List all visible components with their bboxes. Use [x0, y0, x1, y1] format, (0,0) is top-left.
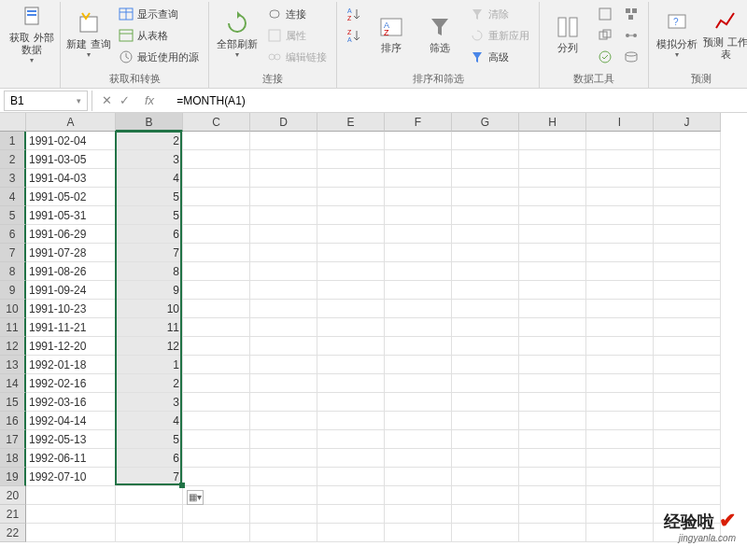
column-header-I[interactable]: I — [586, 113, 654, 132]
cell-A14[interactable]: 1992-02-16 — [26, 374, 116, 393]
cell-A7[interactable]: 1991-07-28 — [26, 244, 116, 262]
cell-G14[interactable] — [452, 374, 519, 393]
cell-C21[interactable] — [183, 505, 250, 524]
cell-C22[interactable] — [183, 524, 250, 542]
cell-A2[interactable]: 1991-03-05 — [26, 150, 116, 169]
cell-E21[interactable] — [317, 505, 385, 524]
cell-F8[interactable] — [385, 262, 452, 281]
cell-C14[interactable] — [183, 374, 250, 393]
cell-F4[interactable] — [385, 188, 452, 206]
cell-J16[interactable] — [654, 412, 721, 430]
cell-A15[interactable]: 1992-03-16 — [26, 393, 116, 412]
cell-A19[interactable]: 1992-07-10 — [26, 468, 116, 486]
cell-F11[interactable] — [385, 318, 452, 337]
row-header-2[interactable]: 2 — [0, 150, 26, 169]
cell-C6[interactable] — [183, 225, 250, 244]
cell-H4[interactable] — [519, 188, 586, 206]
row-header-18[interactable]: 18 — [0, 449, 26, 468]
cell-H17[interactable] — [519, 430, 586, 449]
cell-G17[interactable] — [452, 430, 519, 449]
cell-D17[interactable] — [250, 430, 317, 449]
cell-E10[interactable] — [317, 300, 385, 318]
fx-icon[interactable]: fx — [137, 93, 162, 107]
cell-A3[interactable]: 1991-04-03 — [26, 169, 116, 188]
cell-C13[interactable] — [183, 356, 250, 374]
cell-G3[interactable] — [452, 169, 519, 188]
cell-D13[interactable] — [250, 356, 317, 374]
cell-G5[interactable] — [452, 206, 519, 225]
cell-I6[interactable] — [586, 225, 654, 244]
cell-F7[interactable] — [385, 244, 452, 262]
cell-G20[interactable] — [452, 486, 519, 505]
cell-H10[interactable] — [519, 300, 586, 318]
cell-I14[interactable] — [586, 374, 654, 393]
row-header-13[interactable]: 13 — [0, 356, 26, 374]
cell-J13[interactable] — [654, 356, 721, 374]
cell-D18[interactable] — [250, 449, 317, 468]
cell-E1[interactable] — [317, 132, 385, 150]
cell-E12[interactable] — [317, 337, 385, 356]
cell-E7[interactable] — [317, 244, 385, 262]
cell-G22[interactable] — [452, 524, 519, 542]
cell-G11[interactable] — [452, 318, 519, 337]
connections-button[interactable]: 连接 — [263, 4, 331, 24]
row-header-11[interactable]: 11 — [0, 318, 26, 337]
cell-J1[interactable] — [654, 132, 721, 150]
cell-C8[interactable] — [183, 262, 250, 281]
whatif-button[interactable]: ? 模拟分析 ▾ — [655, 2, 699, 67]
cell-H21[interactable] — [519, 505, 586, 524]
cell-E18[interactable] — [317, 449, 385, 468]
cell-I7[interactable] — [586, 244, 654, 262]
cell-C5[interactable] — [183, 206, 250, 225]
cell-I19[interactable] — [586, 468, 654, 486]
cell-C12[interactable] — [183, 337, 250, 356]
cell-H3[interactable] — [519, 169, 586, 188]
column-header-D[interactable]: D — [250, 113, 317, 132]
cell-B5[interactable]: 5 — [116, 206, 183, 225]
cell-F10[interactable] — [385, 300, 452, 318]
advanced-filter-button[interactable]: 高级 — [466, 47, 533, 67]
cell-J14[interactable] — [654, 374, 721, 393]
cell-J20[interactable] — [654, 486, 721, 505]
cell-H22[interactable] — [519, 524, 586, 542]
enter-icon[interactable]: ✓ — [120, 93, 130, 107]
cell-F22[interactable] — [385, 524, 452, 542]
cell-H5[interactable] — [519, 206, 586, 225]
row-header-22[interactable]: 22 — [0, 524, 26, 542]
cell-E2[interactable] — [317, 150, 385, 169]
select-all-corner[interactable] — [0, 113, 26, 132]
relationships-button[interactable] — [620, 25, 642, 46]
row-header-10[interactable]: 10 — [0, 300, 26, 318]
cell-B11[interactable]: 11 — [116, 318, 183, 337]
cell-D16[interactable] — [250, 412, 317, 430]
cell-E8[interactable] — [317, 262, 385, 281]
cell-C17[interactable] — [183, 430, 250, 449]
cell-J15[interactable] — [654, 393, 721, 412]
cell-B7[interactable]: 7 — [116, 244, 183, 262]
row-header-20[interactable]: 20 — [0, 486, 26, 505]
cell-E9[interactable] — [317, 281, 385, 300]
sort-desc-button[interactable]: ZA — [343, 25, 365, 46]
cell-B1[interactable]: 2 — [116, 132, 183, 150]
cell-F17[interactable] — [385, 430, 452, 449]
row-header-21[interactable]: 21 — [0, 505, 26, 524]
cell-G15[interactable] — [452, 393, 519, 412]
cell-I9[interactable] — [586, 281, 654, 300]
cell-H13[interactable] — [519, 356, 586, 374]
cell-H6[interactable] — [519, 225, 586, 244]
cell-H2[interactable] — [519, 150, 586, 169]
cell-G19[interactable] — [452, 468, 519, 486]
cell-I18[interactable] — [586, 449, 654, 468]
column-header-E[interactable]: E — [317, 113, 385, 132]
cell-D8[interactable] — [250, 262, 317, 281]
cell-F5[interactable] — [385, 206, 452, 225]
cell-H12[interactable] — [519, 337, 586, 356]
cell-A21[interactable] — [26, 505, 116, 524]
cell-G12[interactable] — [452, 337, 519, 356]
autofill-options-button[interactable]: ▦▾ — [187, 490, 204, 505]
cell-A17[interactable]: 1992-05-13 — [26, 430, 116, 449]
cell-D10[interactable] — [250, 300, 317, 318]
cell-A5[interactable]: 1991-05-31 — [26, 206, 116, 225]
row-header-16[interactable]: 16 — [0, 412, 26, 430]
cell-E3[interactable] — [317, 169, 385, 188]
